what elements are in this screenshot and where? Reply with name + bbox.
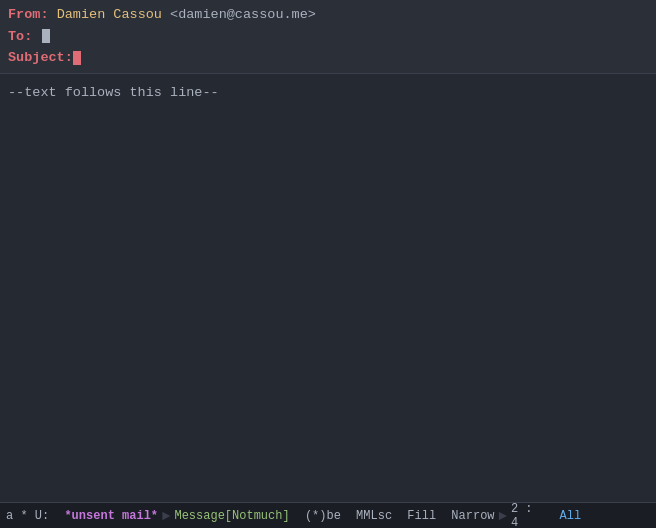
status-prefix: a * U: (6, 509, 49, 523)
subject-line[interactable]: Subject: (8, 47, 648, 69)
status-all: All (560, 509, 582, 523)
email-body[interactable]: --text follows this line-- (0, 74, 656, 502)
status-bar: a * U: *unsent mail* ► Message[Notmuch] … (0, 502, 656, 528)
email-header: From: Damien Cassou <damien@cassou.me> T… (0, 0, 656, 74)
email-editor: From: Damien Cassou <damien@cassou.me> T… (0, 0, 656, 528)
to-label: To: (8, 26, 32, 48)
to-cursor (42, 29, 50, 43)
status-narrow: Narrow (451, 509, 494, 523)
status-fill: Fill (407, 509, 436, 523)
status-arrow1: ► (162, 508, 170, 524)
status-abbrev: MMLsc (356, 509, 392, 523)
subject-cursor (73, 51, 81, 65)
body-text-line1: --text follows this line-- (8, 82, 648, 104)
from-label: From: (8, 4, 49, 26)
from-line: From: Damien Cassou <damien@cassou.me> (8, 4, 648, 26)
to-line[interactable]: To: (8, 26, 648, 48)
subject-label: Subject: (8, 47, 73, 69)
from-name: Damien Cassou (57, 4, 162, 26)
status-unsent: *unsent mail* (64, 509, 158, 523)
status-buffer-flags: (*)be (305, 509, 341, 523)
from-email: <damien@cassou.me> (170, 4, 316, 26)
status-arrow2: ► (499, 508, 507, 524)
status-position: 2 : 4 (511, 502, 537, 529)
status-mode: Message[Notmuch] (174, 509, 289, 523)
